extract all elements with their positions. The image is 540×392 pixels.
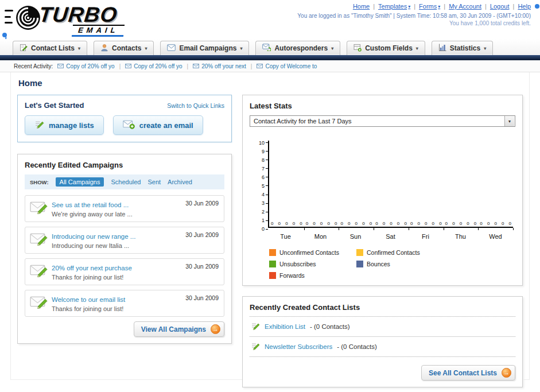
chart-group: 00000 — [409, 141, 444, 227]
chart-value-label: 0 — [313, 221, 315, 226]
recent-activity-link[interactable]: Copy of Welcome to — [265, 63, 317, 69]
campaign-title-link[interactable]: Welcome to our email list — [52, 296, 125, 303]
legend-item: Unconfirmed Contacts — [269, 249, 356, 256]
get-started-title: Let's Get Started — [25, 101, 84, 110]
recent-activity-item: Copy of Welcome to — [257, 63, 317, 69]
pencil-icon — [251, 341, 260, 352]
campaign-date: 30 Jun 2009 — [185, 231, 219, 238]
nav-underline-bar — [0, 55, 540, 60]
nav-tab-custom-fields[interactable]: Custom Fields ▾ — [347, 41, 425, 55]
chart-value-label: 0 — [452, 221, 454, 226]
nav-tab-email-campaigns[interactable]: Email Campaigns ▾ — [160, 41, 249, 55]
content-frame: Home Let's Get Started Switch to Quick L… — [10, 72, 530, 380]
latest-stats-panel: Latest Stats Contact Activity for the La… — [242, 95, 523, 286]
chart-value-label: 0 — [487, 221, 490, 226]
chart-value-label: 0 — [417, 221, 419, 226]
logo-swirl-icon — [15, 5, 41, 33]
chart-value-label: 0 — [340, 221, 343, 226]
contact-list-link[interactable]: Newsletter Subscribers — [265, 343, 332, 350]
legend-swatch — [269, 261, 276, 267]
filter-all-campaigns[interactable]: All Campaigns — [56, 177, 104, 187]
y-axis-tick: 9 — [254, 149, 268, 153]
chart-value-label: 0 — [348, 221, 350, 226]
nav-tab-contact-lists[interactable]: Contact Lists ▾ — [13, 41, 87, 55]
contact-list-link[interactable]: Exhibition List — [265, 323, 305, 330]
chart-value-label: 0 — [425, 221, 427, 226]
campaign-title-link[interactable]: 20% off your next purchase — [52, 265, 132, 271]
recent-activity-item: Copy of 20% off yo — [57, 63, 114, 69]
chart-value-label: 0 — [383, 221, 385, 226]
chart-value-label: 0 — [410, 221, 413, 226]
stats-period-select[interactable]: Contact Activity for the Last 7 Days ▾ — [250, 115, 515, 127]
topbar-link-my-account[interactable]: My Account — [449, 3, 481, 10]
chart-category-label: Mon — [303, 233, 338, 240]
chart-cats: TueMonSunSatFriThuWed — [268, 233, 513, 240]
statistics-icon — [438, 44, 446, 53]
nav-tab-label: Email Campaigns — [179, 44, 236, 52]
chart-category-label: Thu — [443, 233, 478, 240]
stats-period-value: Contact Activity for the Last 7 Days — [250, 118, 352, 125]
campaign-edit-icon — [30, 231, 48, 248]
filter-archived[interactable]: Archived — [168, 178, 192, 185]
chart-value-label: 0 — [370, 221, 372, 226]
campaign-title-link[interactable]: Introducing our new range ... — [52, 233, 135, 240]
topbar-link-home[interactable]: Home — [353, 3, 370, 10]
create-email-button[interactable]: create an email — [113, 115, 203, 135]
chart-value-label: 0 — [390, 221, 392, 226]
chart-value-label: 0 — [320, 221, 323, 226]
legend-swatch — [269, 272, 276, 279]
campaign-subtitle: Thanks for joining our list! — [52, 305, 219, 312]
chart-value-label: 0 — [467, 221, 469, 226]
page-root: TURBO EMAIL Home Templates▾ Forms▾ My Ac… — [0, 0, 540, 392]
chevron-down-icon: ▾ — [438, 4, 440, 9]
see-all-contact-lists-button[interactable]: See All Contact Lists → — [421, 365, 515, 381]
legend-label: Bounces — [367, 261, 390, 267]
chevron-down-icon: ▾ — [331, 46, 333, 51]
chart-value-label: 0 — [460, 221, 462, 226]
chart-category-label: Sat — [373, 233, 408, 240]
chevron-down-icon: ▾ — [416, 46, 418, 51]
y-axis-tick: 6 — [254, 175, 268, 179]
recently-created-contact-lists-panel: Recently Created Contact Lists Exhibitio… — [242, 296, 523, 387]
contact-list-count: - (0 Contacts) — [337, 343, 377, 350]
manage-lists-button[interactable]: manage lists — [25, 115, 104, 135]
recent-activity-link[interactable]: Copy of 20% off yo — [66, 63, 114, 69]
logo-text-primary: TURBO — [38, 3, 119, 27]
campaign-row: See us at the retail food ... We're givi… — [25, 195, 224, 222]
nav-tab-autoresponders[interactable]: Autoresponders ▾ — [255, 41, 340, 55]
y-axis-tick: 8 — [254, 158, 268, 162]
switch-quick-links-link[interactable]: Switch to Quick Links — [167, 102, 224, 109]
recent-activity-link[interactable]: Copy of 20% off yo — [134, 63, 182, 69]
campaign-subtitle: Thanks for joining our list! — [52, 274, 219, 281]
chart-value-label: 0 — [502, 221, 504, 226]
topbar-link-label: My Account — [449, 3, 481, 10]
topbar-link-help[interactable]: Help — [518, 3, 531, 10]
chart-value-label: 0 — [327, 221, 329, 226]
contact-list-count: - (0 Contacts) — [310, 323, 350, 330]
chart-plot-groups: 00000000000000000000000000000000000 — [268, 141, 513, 228]
topbar-link-logout[interactable]: Logout — [490, 3, 510, 10]
chart-value-label: 0 — [439, 221, 441, 226]
filter-sent[interactable]: Sent — [147, 178, 161, 185]
legend-item: Forwards — [269, 272, 356, 279]
nav-tab-statistics[interactable]: Statistics ▾ — [432, 41, 493, 55]
app-logo[interactable]: TURBO EMAIL — [3, 2, 164, 35]
campaign-title-link[interactable]: See us at the retail food ... — [52, 201, 129, 208]
page-title: Home — [18, 78, 523, 88]
recent-activity-link[interactable]: 20% off your next — [201, 63, 246, 69]
chevron-down-icon: ▾ — [240, 46, 242, 51]
filter-scheduled[interactable]: Scheduled — [111, 178, 141, 185]
nav-tab-label: Custom Fields — [365, 44, 413, 52]
y-axis-tick: 3 — [254, 201, 268, 205]
topbar-link-templates[interactable]: Templates▾ — [378, 3, 410, 10]
chart-group: 00000 — [269, 141, 304, 227]
y-axis-tick: 5 — [254, 184, 268, 188]
envelope-plus-icon — [123, 119, 135, 131]
chart-value-label: 0 — [432, 221, 434, 226]
nav-tab-label: Contacts — [112, 44, 141, 52]
topbar-link-forms[interactable]: Forms▾ — [419, 3, 440, 10]
topbar-link-label: Home — [353, 3, 370, 10]
nav-tab-contacts[interactable]: Contacts ▾ — [94, 41, 154, 55]
view-all-campaigns-button[interactable]: View All Campaigns → — [134, 321, 224, 337]
chart-value-label: 0 — [375, 221, 378, 226]
